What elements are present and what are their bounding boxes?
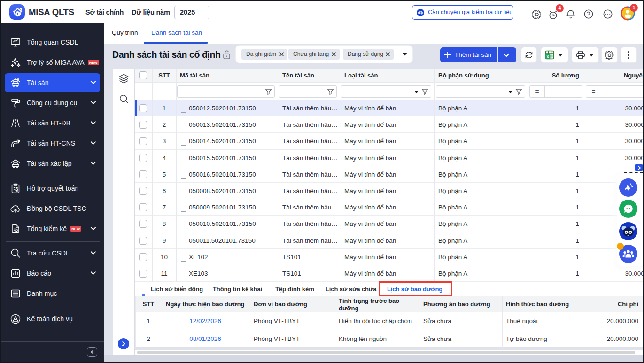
svg-text:X: X: [546, 54, 549, 59]
